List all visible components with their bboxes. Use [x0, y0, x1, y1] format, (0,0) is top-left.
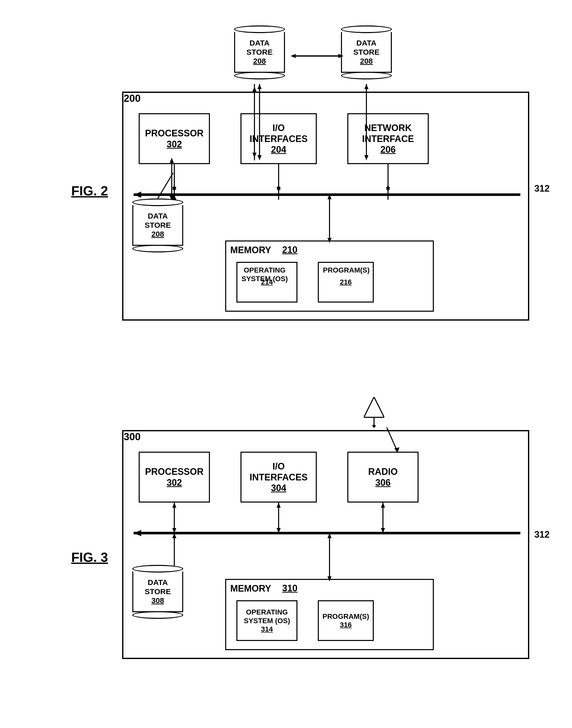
page: FIG. 2 DATA STORE 208 DATA STORE 208 — [0, 0, 572, 728]
svg-marker-41 — [172, 528, 176, 533]
svg-marker-17 — [328, 194, 332, 199]
fig2-label: FIG. 2 — [71, 183, 108, 199]
svg-marker-3 — [172, 185, 176, 190]
box300-label: 300 — [124, 431, 141, 442]
bus-label-312-fig2: 312 — [534, 183, 550, 194]
processor-box-fig2: PROCESSOR 302 — [139, 113, 210, 164]
svg-marker-25 — [253, 86, 257, 92]
svg-marker-47 — [381, 528, 385, 533]
processor-box-fig3: PROCESSOR 302 — [139, 452, 210, 503]
svg-marker-42 — [172, 503, 176, 508]
os-box-fig3: OPERATINGSYSTEM (OS) 314 — [236, 600, 297, 641]
svg-marker-50 — [134, 530, 141, 536]
radio-box-fig3: RADIO 306 — [347, 452, 419, 503]
datastore-left-fig2: DATA STORE 208 — [132, 199, 183, 252]
io-interfaces-box-fig2: I/OINTERFACES 204 — [240, 113, 317, 164]
svg-marker-13 — [134, 192, 141, 198]
box-300: PROCESSOR 302 I/OINTERFACES 304 RADIO 30… — [122, 430, 529, 659]
programs-box-fig2: PROGRAM(S) 216 — [318, 262, 374, 302]
svg-marker-11 — [386, 185, 390, 190]
svg-marker-37 — [364, 397, 384, 417]
network-interface-box-fig2: NETWORKINTERFACE 206 — [347, 113, 429, 164]
box-200: PROCESSOR 302 I/OINTERFACES 204 NETWORKI… — [122, 92, 529, 320]
svg-marker-28 — [291, 54, 296, 58]
datastore-top2: DATA STORE 208 — [341, 25, 392, 79]
svg-marker-7 — [277, 185, 281, 190]
datastore-top1: DATA STORE 208 — [234, 25, 285, 79]
datastore-left-fig3: DATA STORE 308 — [132, 565, 183, 619]
svg-marker-23 — [258, 84, 262, 89]
bus-label-312-fig3: 312 — [534, 529, 550, 540]
svg-marker-45 — [277, 503, 281, 508]
antenna-svg — [364, 397, 384, 428]
box200-label: 200 — [124, 93, 141, 104]
programs-box-fig3: PROGRAM(S) 316 — [318, 600, 374, 641]
svg-marker-39 — [372, 425, 376, 428]
memory-box-fig2: MEMORY 210 OPERATINGSYSTEM (OS) 214 PROG… — [225, 240, 434, 312]
antenna-fig3 — [364, 397, 384, 428]
fig3-diagram: FIG. 3 PROCESSOR 302 I/OINTERFACES — [71, 397, 555, 718]
fig2-diagram: FIG. 2 DATA STORE 208 DATA STORE 208 — [71, 25, 555, 346]
svg-marker-56 — [172, 533, 176, 538]
os-box-fig2: OPERATINGSYSTEM (OS) 214 — [236, 262, 297, 302]
svg-marker-5 — [277, 187, 281, 192]
svg-marker-1 — [172, 187, 176, 192]
svg-marker-9 — [386, 187, 390, 192]
svg-marker-48 — [381, 503, 385, 508]
memory-box-fig3: MEMORY 310 OPERATINGSYSTEM (OS) 314 PROG… — [225, 579, 434, 650]
fig3-label: FIG. 3 — [71, 550, 108, 565]
svg-marker-32 — [364, 84, 368, 89]
svg-marker-44 — [277, 528, 281, 533]
io-interfaces-box-fig3: I/OINTERFACES 304 — [240, 452, 317, 503]
svg-marker-53 — [328, 533, 332, 538]
